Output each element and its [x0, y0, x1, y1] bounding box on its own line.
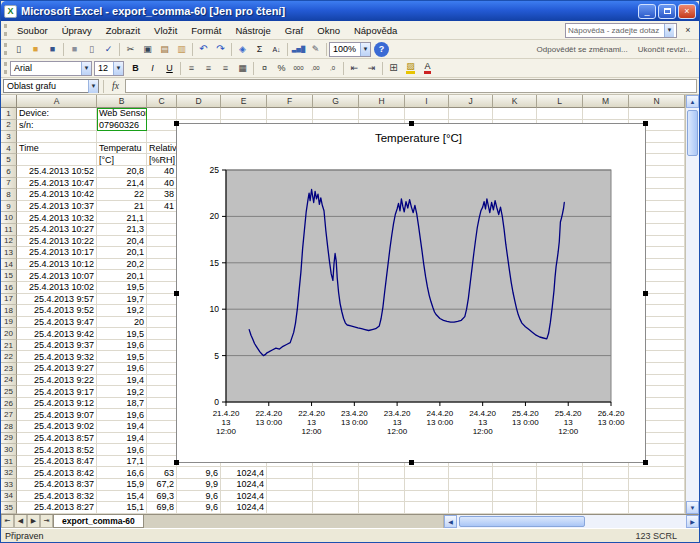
align-left-icon[interactable]: ≡	[183, 60, 200, 76]
tab-scroll-next[interactable]: ▶	[27, 515, 40, 528]
undo-icon[interactable]: ↶	[195, 41, 212, 57]
cell-C20[interactable]	[147, 328, 177, 340]
row-header-3[interactable]: 3	[1, 131, 17, 143]
cell-A23[interactable]: 25.4.2013 9:27	[17, 363, 97, 375]
cell-A20[interactable]: 25.4.2013 9:42	[17, 328, 97, 340]
cell-G32[interactable]	[313, 467, 359, 479]
cell-M33[interactable]	[583, 479, 629, 491]
cell-A27[interactable]: 25.4.2013 9:07	[17, 409, 97, 421]
chevron-down-icon[interactable]: ▼	[113, 62, 123, 75]
cell-C19[interactable]	[147, 317, 177, 329]
cell-A9[interactable]: 25.4.2013 10:37	[17, 201, 97, 213]
cell-C25[interactable]	[147, 386, 177, 398]
cell-N33[interactable]	[629, 479, 685, 491]
cell-D35[interactable]: 9,6	[177, 502, 221, 514]
column-header-C[interactable]: C	[147, 95, 177, 108]
cell-C11[interactable]	[147, 224, 177, 236]
cell-B20[interactable]: 19,5	[97, 328, 147, 340]
column-header-M[interactable]: M	[583, 95, 629, 108]
chart-wizard-icon[interactable]: ▃▅█	[290, 41, 307, 57]
chart-selection-handle[interactable]	[174, 121, 179, 126]
row-header-14[interactable]: 14	[1, 259, 17, 271]
cell-C23[interactable]	[147, 363, 177, 375]
cell-M35[interactable]	[583, 502, 629, 514]
row-header-26[interactable]: 26	[1, 398, 17, 410]
cell-C2[interactable]	[147, 120, 177, 132]
row-header-4[interactable]: 4	[1, 143, 17, 155]
cell-A21[interactable]: 25.4.2013 9:37	[17, 340, 97, 352]
cell-B15[interactable]: 20,1	[97, 270, 147, 282]
new-icon[interactable]: ▯	[10, 41, 27, 57]
row-header-29[interactable]: 29	[1, 433, 17, 445]
cell-J1[interactable]	[449, 108, 493, 120]
cell-G1[interactable]	[313, 108, 359, 120]
cell-B35[interactable]: 15,1	[97, 502, 147, 514]
cell-G35[interactable]	[313, 502, 359, 514]
cell-A31[interactable]: 25.4.2013 8:47	[17, 456, 97, 468]
underline-icon[interactable]: U	[161, 60, 178, 76]
cell-C10[interactable]	[147, 212, 177, 224]
cell-B23[interactable]: 19,6	[97, 363, 147, 375]
cell-B24[interactable]: 19,4	[97, 375, 147, 387]
cell-C9[interactable]: 41	[147, 201, 177, 213]
cell-C34[interactable]: 69,3	[147, 491, 177, 503]
cell-C21[interactable]	[147, 340, 177, 352]
format-painter-icon[interactable]: ▥	[173, 41, 190, 57]
column-header-N[interactable]: N	[629, 95, 685, 108]
cell-G34[interactable]	[313, 491, 359, 503]
cell-A25[interactable]: 25.4.2013 9:17	[17, 386, 97, 398]
column-header-E[interactable]: E	[221, 95, 267, 108]
cell-C35[interactable]: 69,8	[147, 502, 177, 514]
cell-B14[interactable]: 20,2	[97, 259, 147, 271]
currency-icon[interactable]: ¤	[256, 60, 273, 76]
column-header-J[interactable]: J	[449, 95, 493, 108]
column-header-D[interactable]: D	[177, 95, 221, 108]
cell-B27[interactable]: 19,6	[97, 409, 147, 421]
cell-C4[interactable]: Relative	[147, 143, 177, 155]
decrease-decimal-icon[interactable]: ,0	[324, 60, 341, 76]
cell-F32[interactable]	[267, 467, 313, 479]
cell-C5[interactable]: [%RH]	[147, 154, 177, 166]
cell-A5[interactable]	[17, 154, 97, 166]
cell-J32[interactable]	[449, 467, 493, 479]
menu-nástroje[interactable]: Nástroje	[228, 23, 277, 38]
toolbar-grip[interactable]	[4, 24, 7, 36]
row-header-2[interactable]: 2	[1, 120, 17, 132]
cell-J35[interactable]	[449, 502, 493, 514]
cell-A17[interactable]: 25.4.2013 9:57	[17, 294, 97, 306]
cell-A2[interactable]: s/n:	[17, 120, 97, 132]
cell-M34[interactable]	[583, 491, 629, 503]
sort-ascending-icon[interactable]: A↓	[268, 41, 285, 57]
cell-E1[interactable]	[221, 108, 267, 120]
row-header-11[interactable]: 11	[1, 224, 17, 236]
horizontal-scroll-thumb[interactable]	[459, 516, 585, 527]
cell-H34[interactable]	[359, 491, 405, 503]
cell-B2[interactable]: 07960326	[97, 120, 147, 132]
help-query-box[interactable]: Nápověda - zadejte dotaz ▼	[565, 23, 677, 38]
cell-A22[interactable]: 25.4.2013 9:32	[17, 351, 97, 363]
cell-E34[interactable]: 1024,4	[221, 491, 267, 503]
cell-D34[interactable]: 9,6	[177, 491, 221, 503]
cell-B6[interactable]: 20,8	[97, 166, 147, 178]
drawing-icon[interactable]: ✎	[307, 41, 324, 57]
cell-H33[interactable]	[359, 479, 405, 491]
fill-color-icon[interactable]: ▨	[402, 60, 419, 76]
cell-C8[interactable]: 38	[147, 189, 177, 201]
row-header-34[interactable]: 34	[1, 491, 17, 503]
minimize-button[interactable]: _	[638, 4, 656, 19]
cell-E32[interactable]: 1024,4	[221, 467, 267, 479]
cell-L32[interactable]	[537, 467, 583, 479]
row-header-6[interactable]: 6	[1, 166, 17, 178]
vertical-scroll-track[interactable]	[686, 108, 699, 501]
maximize-button[interactable]	[658, 4, 676, 19]
menu-soubor[interactable]: Soubor	[10, 23, 55, 38]
cell-F1[interactable]	[267, 108, 313, 120]
cell-C22[interactable]	[147, 351, 177, 363]
row-header-22[interactable]: 22	[1, 351, 17, 363]
merge-center-icon[interactable]: ▦	[234, 60, 251, 76]
cell-L33[interactable]	[537, 479, 583, 491]
row-header-12[interactable]: 12	[1, 236, 17, 248]
chart-selection-handle[interactable]	[409, 121, 414, 126]
cell-B3[interactable]	[97, 131, 147, 143]
cell-A18[interactable]: 25.4.2013 9:52	[17, 305, 97, 317]
